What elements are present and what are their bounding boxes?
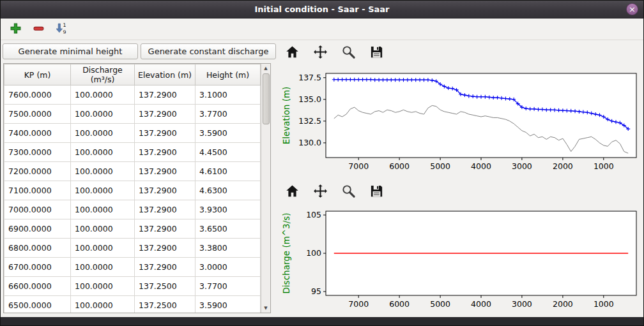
- x-tick-label: 3000: [512, 161, 532, 171]
- discharge-plot-toolbar: [282, 182, 386, 202]
- table-cell[interactable]: 3.0000: [195, 258, 261, 277]
- y-axis-label: Elevation (m): [281, 87, 291, 145]
- zoom-button[interactable]: [339, 183, 358, 201]
- table-cell[interactable]: 3.7700: [195, 277, 261, 296]
- table-cell[interactable]: 6600.0000: [4, 277, 71, 296]
- svg-text:9: 9: [63, 29, 66, 34]
- table-cell[interactable]: 3.1000: [195, 85, 261, 105]
- table-cell[interactable]: 100.0000: [71, 277, 135, 296]
- table-scrollbar[interactable]: ▲ ▼: [261, 64, 270, 313]
- x-tick-label: 7000: [348, 299, 369, 309]
- table-header-row: KP (m)Discharge (m³/s)Elevation (m)Heigh…: [4, 64, 261, 85]
- table-cell[interactable]: 100.0000: [71, 143, 135, 162]
- pan-button[interactable]: [310, 183, 330, 201]
- column-header[interactable]: Height (m): [195, 64, 261, 85]
- table-cell[interactable]: 3.9300: [195, 200, 261, 219]
- table-cell[interactable]: 7100.0000: [4, 181, 71, 200]
- table-cell[interactable]: 100.0000: [71, 85, 135, 105]
- table-cell[interactable]: 6800.0000: [4, 239, 71, 258]
- table-row: 7000.0000100.0000137.29003.9300: [4, 200, 261, 219]
- table-cell[interactable]: 100.0000: [71, 105, 135, 124]
- main-toolbar: 1 9: [1, 19, 643, 40]
- x-tick-label: 2000: [553, 161, 573, 171]
- table-cell[interactable]: 7200.0000: [4, 162, 71, 181]
- column-header[interactable]: Discharge (m³/s): [71, 64, 135, 85]
- table-cell[interactable]: 137.2900: [135, 239, 195, 258]
- table-cell[interactable]: 3.6500: [195, 219, 261, 239]
- table-cell[interactable]: 137.2500: [135, 277, 195, 296]
- table-cell[interactable]: 137.2900: [135, 181, 195, 200]
- y-tick-label: 100: [306, 248, 321, 258]
- generate-minimal-height-button[interactable]: Generate minimal height: [3, 43, 138, 59]
- table-cell[interactable]: 100.0000: [71, 258, 135, 277]
- table-cell[interactable]: 137.2900: [135, 258, 195, 277]
- table-cell[interactable]: 100.0000: [71, 219, 135, 239]
- svg-text:1: 1: [63, 22, 66, 28]
- x-tick-label: 5000: [430, 299, 450, 309]
- generate-constant-discharge-button[interactable]: Generate constant discharge: [141, 43, 276, 59]
- window-title: Initial condition - Saar - Saar: [254, 4, 389, 14]
- table-row: 7600.0000100.0000137.29003.1000: [4, 85, 261, 105]
- column-header[interactable]: Elevation (m): [135, 64, 195, 85]
- table-cell[interactable]: 3.3800: [195, 239, 261, 258]
- elevation-chart[interactable]: 7000600050004000300020001000137.5135.013…: [280, 67, 641, 179]
- table-cell[interactable]: 100.0000: [71, 296, 135, 314]
- initial-condition-table-container: KP (m)Discharge (m³/s)Elevation (m)Heigh…: [3, 63, 271, 313]
- table-cell[interactable]: 4.6300: [195, 181, 261, 200]
- scrollbar-track[interactable]: [261, 73, 270, 304]
- table-cell[interactable]: 6700.0000: [4, 258, 71, 277]
- table-cell[interactable]: 137.2900: [135, 200, 195, 219]
- table-cell[interactable]: 137.2900: [135, 85, 195, 105]
- table-cell[interactable]: 6900.0000: [4, 219, 71, 239]
- zoom-button[interactable]: [339, 44, 358, 62]
- table-cell[interactable]: 3.7700: [195, 105, 261, 124]
- discharge-chart[interactable]: 700060005000400030002000100010510095Disc…: [280, 205, 641, 317]
- table-cell[interactable]: 137.2900: [135, 105, 195, 124]
- pan-button[interactable]: [310, 44, 330, 62]
- table-cell[interactable]: 100.0000: [71, 124, 135, 143]
- table-cell[interactable]: 100.0000: [71, 181, 135, 200]
- table-row: 7500.0000100.0000137.29003.7700: [4, 105, 261, 124]
- x-tick-label: 5000: [430, 161, 450, 171]
- table-cell[interactable]: 137.2900: [135, 124, 195, 143]
- pan-icon: [313, 45, 328, 61]
- home-button[interactable]: [282, 183, 302, 201]
- table-cell[interactable]: 7600.0000: [4, 85, 71, 105]
- table-cell[interactable]: 100.0000: [71, 162, 135, 181]
- titlebar[interactable]: Initial condition - Saar - Saar ×: [1, 1, 643, 19]
- table-cell[interactable]: 7400.0000: [4, 124, 71, 143]
- table-cell[interactable]: 100.0000: [71, 200, 135, 219]
- table-cell[interactable]: 4.6100: [195, 162, 261, 181]
- table-cell[interactable]: 137.2900: [135, 219, 195, 239]
- scrollbar-up-arrow[interactable]: ▲: [261, 64, 270, 73]
- plots-panel: 7000600050004000300020001000137.5135.013…: [280, 40, 643, 316]
- x-tick-label: 4000: [471, 161, 491, 171]
- table-cell[interactable]: 100.0000: [71, 239, 135, 258]
- table-cell[interactable]: 137.2500: [135, 296, 195, 314]
- table-cell[interactable]: 3.5900: [195, 296, 261, 314]
- y-axis-label: Discharge (m^3/s): [281, 212, 291, 293]
- save-button[interactable]: [367, 44, 386, 62]
- table-cell[interactable]: 137.2900: [135, 162, 195, 181]
- remove-row-button[interactable]: [30, 21, 47, 38]
- table-cell[interactable]: 7500.0000: [4, 105, 71, 124]
- table-cell[interactable]: 6500.0000: [4, 296, 71, 314]
- table-cell[interactable]: 7000.0000: [4, 200, 71, 219]
- sort-button[interactable]: 1 9: [53, 21, 70, 38]
- x-tick-label: 6000: [389, 161, 410, 171]
- home-button[interactable]: [282, 44, 302, 62]
- plot-area[interactable]: [326, 73, 636, 158]
- column-header[interactable]: KP (m): [4, 64, 71, 85]
- close-button[interactable]: ×: [626, 3, 638, 15]
- save-button[interactable]: [367, 183, 386, 201]
- scrollbar-down-arrow[interactable]: ▼: [261, 304, 270, 313]
- add-row-button[interactable]: [7, 21, 24, 38]
- table-cell[interactable]: 7300.0000: [4, 143, 71, 162]
- table-cell[interactable]: 137.2900: [135, 143, 195, 162]
- table-cell[interactable]: 3.5900: [195, 124, 261, 143]
- table-cell[interactable]: 4.4500: [195, 143, 261, 162]
- y-tick-label: 135.0: [298, 94, 321, 104]
- scrollbar-thumb[interactable]: [263, 73, 270, 124]
- initial-condition-table: KP (m)Discharge (m³/s)Elevation (m)Heigh…: [4, 64, 261, 313]
- table-row: 7400.0000100.0000137.29003.5900: [4, 124, 261, 143]
